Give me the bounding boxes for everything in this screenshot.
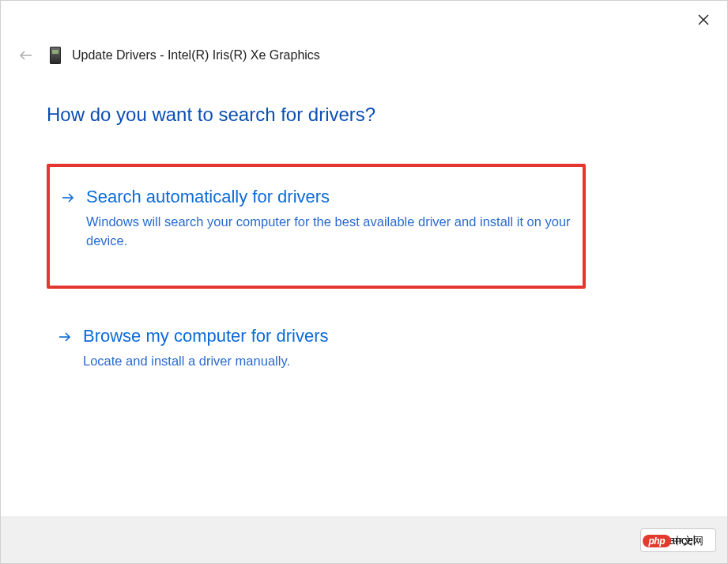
close-icon [697,13,710,26]
arrow-right-icon [61,191,75,208]
dialog-content: How do you want to search for drivers? S… [1,72,727,517]
option-description: Windows will search your computer for th… [86,212,576,252]
option-title: Search automatically for drivers [86,186,576,209]
update-drivers-dialog: Update Drivers - Intel(R) Iris(R) Xe Gra… [0,0,728,564]
option-browse-computer[interactable]: Browse my computer for drivers Locate an… [47,316,681,381]
option-description: Locate and install a driver manually. [83,351,573,371]
close-button[interactable] [694,10,713,29]
dialog-title: Update Drivers - Intel(R) Iris(R) Xe Gra… [72,48,320,62]
dialog-header: Update Drivers - Intel(R) Iris(R) Xe Gra… [1,1,727,72]
content-heading: How do you want to search for drivers? [47,104,681,126]
option-search-automatically[interactable]: Search automatically for drivers Windows… [47,164,586,289]
option-text: Search automatically for drivers Windows… [86,186,576,251]
back-arrow-icon [18,47,34,63]
cancel-button[interactable]: Cancel [640,528,716,552]
option-title: Browse my computer for drivers [83,325,675,348]
arrow-right-icon [58,330,72,347]
back-button [17,47,34,63]
dialog-footer: Cancel php 中文网 [1,517,727,563]
option-text: Browse my computer for drivers Locate an… [83,325,675,370]
device-icon [50,47,61,64]
